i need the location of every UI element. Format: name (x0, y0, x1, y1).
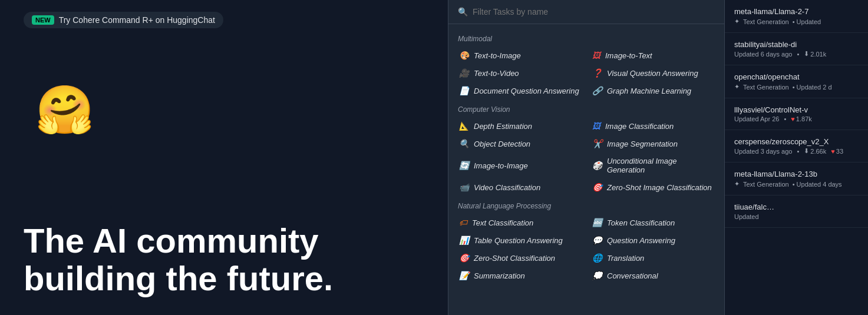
task-item[interactable]: 💭Conversational (586, 267, 720, 284)
hero-emoji: 🤗 (35, 82, 94, 138)
task-icon: 🔤 (592, 218, 602, 227)
model-stats: Updated 3 days ago • ⬇ 2.66k♥ 33 (734, 147, 859, 155)
category-label: Computer Vision (448, 100, 724, 117)
model-stats: Updated Apr 26 • ♥ 1.87k (734, 115, 859, 122)
task-item[interactable]: 🎥Text-to-Video (453, 64, 586, 82)
task-icon: 🖼 (592, 51, 600, 60)
task-label: Visual Question Answering (607, 69, 698, 78)
task-icon: ✂️ (592, 139, 602, 148)
task-item[interactable]: 💬Question Answering (586, 231, 720, 249)
task-icon: 🎯 (459, 253, 469, 263)
task-item[interactable]: 📊Table Question Answering (453, 231, 586, 249)
task-item[interactable]: 📹Video Classification (453, 178, 586, 196)
banner-text: Try Cohere Command R+ on HuggingChat (59, 15, 215, 25)
model-item[interactable]: meta-llama/Llama-2-13b✦Text Generation •… (725, 163, 868, 195)
task-item[interactable]: 📐Depth Estimation (453, 117, 586, 135)
like-stat: ♥ 1.87k (791, 115, 811, 122)
model-item[interactable]: lllyasviel/ControlNet-vUpdated Apr 26 • … (725, 98, 868, 130)
left-panel: NEW Try Cohere Command R+ on HuggingChat… (0, 0, 448, 315)
model-name: meta-llama/Llama-2-13b (734, 170, 859, 178)
task-icon: 🏷 (459, 218, 467, 227)
task-item[interactable]: 🔍Object Detection (453, 135, 586, 152)
task-label: Conversational (607, 271, 658, 280)
task-item[interactable]: 📝Summarization (453, 267, 586, 284)
model-item[interactable]: meta-llama/Llama-2-7✦Text Generation • U… (725, 0, 868, 33)
task-icon: 🎯 (592, 183, 602, 192)
task-icon: ❓ (592, 68, 602, 78)
task-label: Video Classification (474, 183, 540, 192)
task-icon: 💬 (592, 236, 602, 245)
task-icon: 📐 (459, 121, 469, 131)
like-stat: ♥ 33 (831, 148, 843, 155)
search-input[interactable] (473, 7, 715, 16)
download-icon: ⬇ (804, 147, 809, 155)
task-icon: 🔍 (459, 139, 469, 148)
task-label: Image-to-Text (605, 51, 652, 60)
model-stats: Updated 6 days ago • ⬇ 2.01k (734, 50, 859, 58)
task-item[interactable]: 🔄Image-to-Image (453, 152, 586, 178)
hero-title-line1: The AI community (24, 221, 319, 260)
task-item[interactable]: 🎯Zero-Shot Image Classification (586, 178, 720, 196)
search-icon: 🔍 (458, 7, 468, 16)
task-label: Image Segmentation (607, 140, 678, 148)
model-tag: Text Generation (743, 18, 789, 25)
model-name: stabilityai/stable-di (734, 40, 859, 49)
like-icon: ♥ (831, 148, 835, 155)
model-updated: Updated 6 days ago (734, 51, 792, 58)
model-item[interactable]: tiiuae/falc…Updated (725, 195, 868, 228)
model-item[interactable]: stabilityai/stable-diUpdated 6 days ago … (725, 33, 868, 65)
task-label: Object Detection (474, 140, 530, 148)
task-item[interactable]: 🖼Image Classification (586, 117, 720, 135)
task-icon: 📊 (459, 236, 469, 245)
model-tag: Text Generation (743, 181, 789, 188)
task-item[interactable]: 🔗Graph Machine Learning (586, 82, 720, 100)
task-label: Token Classification (607, 218, 675, 227)
task-icon: 🔄 (459, 161, 469, 170)
task-item[interactable]: 🎨Text-to-Image (453, 47, 586, 64)
search-bar: 🔍 (448, 0, 724, 24)
task-label: Unconditional Image Generation (607, 157, 714, 174)
task-item[interactable]: 📄Document Question Answering (453, 82, 586, 100)
task-label: Image Classification (605, 122, 674, 131)
download-stat: ⬇ 2.66k (804, 147, 826, 155)
model-updated: Updated 3 days ago (734, 148, 792, 155)
hero-title: The AI community building the future. (24, 222, 333, 297)
hero-title-line2: building the future. (24, 259, 333, 297)
task-item[interactable]: 🏷Text Classification (453, 214, 586, 231)
model-item[interactable]: openchat/openchat✦Text Generation • Upda… (725, 65, 868, 98)
model-updated: Updated Apr 26 (734, 115, 779, 122)
task-label: Document Question Answering (474, 87, 579, 95)
category-label: Multimodal (448, 29, 724, 47)
download-icon: ⬇ (804, 50, 809, 58)
task-item[interactable]: 🔤Token Classification (586, 214, 720, 231)
model-tag-icon: ✦ (734, 18, 740, 25)
download-stat: ⬇ 2.01k (804, 50, 826, 58)
task-item[interactable]: 🎲Unconditional Image Generation (586, 152, 720, 178)
task-label: Summarization (474, 271, 525, 280)
model-name: lllyasviel/ControlNet-v (734, 105, 859, 114)
task-item[interactable]: ✂️Image Segmentation (586, 135, 720, 152)
task-label: Graph Machine Learning (607, 87, 691, 95)
separator: • (784, 115, 786, 122)
separator: • (797, 148, 799, 155)
task-label: Text-to-Image (474, 51, 521, 60)
like-icon: ♥ (791, 115, 795, 122)
task-label: Zero-Shot Classification (474, 254, 555, 263)
model-meta: ✦Text Generation • Updated 2 d (734, 83, 859, 91)
task-icon: 🎲 (592, 161, 602, 170)
announcement-banner[interactable]: NEW Try Cohere Command R+ on HuggingChat (24, 12, 223, 28)
task-item[interactable]: ❓Visual Question Answering (586, 64, 720, 82)
new-badge: NEW (32, 15, 54, 25)
task-icon: 💭 (592, 271, 602, 280)
task-item[interactable]: 🎯Zero-Shot Classification (453, 249, 586, 267)
task-label: Text Classification (472, 218, 533, 227)
tasks-list: Multimodal🎨Text-to-Image🖼Image-to-Text🎥T… (448, 24, 724, 315)
model-item[interactable]: cerspense/zeroscope_v2_XUpdated 3 days a… (725, 130, 868, 163)
task-grid: 🎨Text-to-Image🖼Image-to-Text🎥Text-to-Vid… (448, 47, 724, 100)
task-label: Zero-Shot Image Classification (607, 183, 712, 192)
model-meta: ✦Text Generation • Updated (734, 18, 859, 25)
task-item[interactable]: 🖼Image-to-Text (586, 47, 720, 64)
task-icon: 🎥 (459, 68, 469, 78)
task-item[interactable]: 🌐Translation (586, 249, 720, 267)
task-icon: 🎨 (459, 51, 469, 60)
